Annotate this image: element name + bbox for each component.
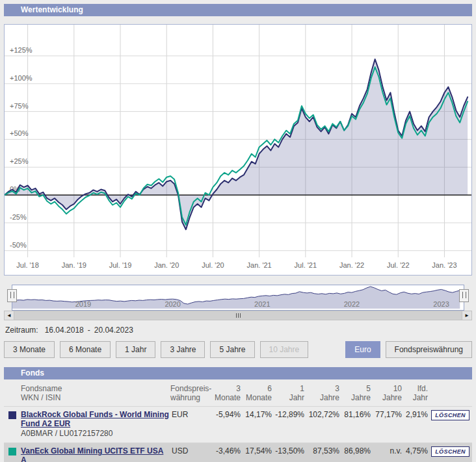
currency-button-fondspreiswährung[interactable]: Fondspreiswährung: [386, 341, 472, 358]
performance-value: 86,98%: [339, 446, 371, 456]
performance-value: 81,16%: [339, 410, 371, 419]
zeitraum-from: 16.04.2018: [45, 326, 84, 335]
range-button-5-jahre[interactable]: 5 Jahre: [210, 341, 254, 358]
fund-link[interactable]: VanEck Global Mining UCITS ETF USA A: [21, 446, 170, 462]
chart-navigator[interactable]: 20192020202120222023: [12, 285, 464, 311]
fonds-table-rows: BlackRock Global Funds - World Mining Fu…: [4, 406, 472, 462]
svg-text:Jan. '22: Jan. '22: [339, 261, 364, 269]
currency-button-euro[interactable]: Euro: [345, 341, 380, 358]
performance-value: -12,89%: [272, 410, 304, 419]
performance-value: n.v.: [371, 446, 402, 456]
fund-currency: USD: [170, 446, 212, 456]
header-period-5-jahre: 5Jahre: [339, 384, 371, 402]
performance-value: 17,54%: [241, 446, 272, 456]
svg-text:+50%: +50%: [10, 129, 29, 137]
header-period-3-jahre: 3Jahre: [304, 384, 339, 402]
chart-area: +125%+100%+75%+50%+25%0%-25%-50%Jul. '18…: [4, 24, 472, 276]
svg-text:Jan. '20: Jan. '20: [154, 261, 179, 269]
svg-text:Jul. '22: Jul. '22: [387, 261, 410, 269]
navigator-minimap[interactable]: 20192020202120222023: [12, 285, 464, 309]
performance-value: 77,17%: [371, 410, 402, 419]
series-color-swatch: [8, 448, 16, 456]
zeitraum-to: 20.04.2023: [94, 326, 133, 335]
delete-cell: LÖSCHEN: [428, 410, 472, 420]
performance-value: 4,75%: [402, 446, 428, 456]
zeitraum-separator: -: [88, 326, 90, 335]
header-fondspreiswaehrung: Fondspreis-währung: [170, 384, 212, 402]
zeitraum-label: Zeitraum:: [5, 326, 38, 335]
navigator-right-handle[interactable]: [459, 289, 469, 302]
fund-name-cell: VanEck Global Mining UCITS ETF USA AA2JD…: [21, 446, 170, 462]
zeitraum-line: Zeitraum:16.04.2018-20.04.2023: [5, 326, 472, 335]
performance-value: 14,17%: [241, 410, 272, 419]
scrollbar-left-arrow-icon[interactable]: ◄: [5, 311, 14, 320]
performance-value: -13,50%: [272, 446, 304, 456]
header-period-10-jahre: 10Jahre: [371, 384, 402, 402]
delete-cell: LÖSCHEN: [428, 446, 472, 457]
svg-text:2023: 2023: [433, 300, 449, 308]
delete-fund-button[interactable]: LÖSCHEN: [431, 446, 469, 457]
currency-buttons: EuroFondspreiswährung: [345, 341, 472, 358]
panel-title-wertentwicklung: Wertentwicklung: [4, 4, 472, 16]
header-period-lfd-jahr: lfd.Jahr: [402, 384, 428, 402]
svg-text:Jul. '18: Jul. '18: [16, 261, 39, 269]
header-period-3-monate: 3Monate: [212, 384, 241, 402]
scrollbar-grip-icon: [236, 313, 241, 318]
range-button-3-jahre[interactable]: 3 Jahre: [161, 341, 205, 358]
svg-text:Jul. '19: Jul. '19: [109, 261, 132, 269]
range-button-6-monate[interactable]: 6 Monate: [60, 341, 111, 358]
navigator-left-handle[interactable]: [7, 289, 17, 302]
scrollbar-thumb[interactable]: [14, 311, 462, 320]
header-period-1-jahr: 1Jahr: [272, 384, 304, 402]
fund-link[interactable]: BlackRock Global Funds - World Mining Fu…: [21, 410, 170, 428]
svg-text:2019: 2019: [75, 300, 91, 308]
chart-scrollbar[interactable]: ◄ ►: [4, 311, 472, 320]
panel-title-fonds: Fonds: [4, 367, 472, 379]
performance-value: 87,53%: [304, 446, 339, 456]
table-row: BlackRock Global Funds - World Mining Fu…: [4, 406, 472, 443]
performance-value: 102,72%: [304, 410, 339, 419]
svg-text:2020: 2020: [165, 300, 180, 308]
table-row: VanEck Global Mining UCITS ETF USA AA2JD…: [4, 443, 472, 462]
fonds-table-header: FondsnameWKN / ISINFondspreis-währung3Mo…: [4, 379, 472, 406]
series-color-swatch: [8, 411, 16, 419]
header-period-6-monate: 6Monate: [241, 384, 272, 402]
svg-text:2022: 2022: [344, 300, 360, 308]
fund-name-cell: BlackRock Global Funds - World Mining Fu…: [21, 410, 170, 439]
range-button-10-jahre: 10 Jahre: [260, 341, 309, 358]
fund-currency: EUR: [170, 410, 212, 419]
delete-fund-button[interactable]: LÖSCHEN: [431, 410, 469, 420]
svg-text:2021: 2021: [254, 300, 270, 308]
scrollbar-right-arrow-icon[interactable]: ►: [462, 311, 471, 320]
svg-text:-50%: -50%: [10, 241, 27, 249]
performance-value: -5,94%: [212, 410, 241, 419]
header-fondsname: FondsnameWKN / ISIN: [21, 384, 170, 402]
range-button-1-jahr[interactable]: 1 Jahr: [116, 341, 155, 358]
svg-text:+75%: +75%: [10, 102, 29, 110]
performance-chart: +125%+100%+75%+50%+25%0%-25%-50%Jul. '18…: [5, 25, 471, 274]
fund-wkn-isin: A0BMAR / LU0172157280: [21, 429, 170, 439]
svg-text:Jul. '21: Jul. '21: [295, 261, 317, 269]
svg-text:Jan. '23: Jan. '23: [432, 261, 456, 269]
svg-text:Jul. '20: Jul. '20: [202, 261, 224, 269]
performance-value: 2,91%: [402, 410, 428, 419]
range-button-3-monate[interactable]: 3 Monate: [4, 341, 55, 358]
svg-text:+100%: +100%: [10, 74, 33, 82]
svg-text:Jan. '19: Jan. '19: [62, 261, 86, 269]
svg-text:+125%: +125%: [10, 46, 33, 54]
performance-widget: Wertentwicklung +125%+100%+75%+50%+25%0%…: [0, 0, 476, 462]
range-button-row: 3 Monate6 Monate1 Jahr3 Jahre5 Jahre10 J…: [4, 341, 472, 358]
svg-text:-25%: -25%: [10, 213, 27, 221]
svg-text:+25%: +25%: [10, 157, 29, 165]
performance-value: -3,46%: [212, 446, 241, 456]
svg-text:Jan. '21: Jan. '21: [247, 261, 272, 269]
range-buttons: 3 Monate6 Monate1 Jahr3 Jahre5 Jahre10 J…: [4, 341, 313, 358]
